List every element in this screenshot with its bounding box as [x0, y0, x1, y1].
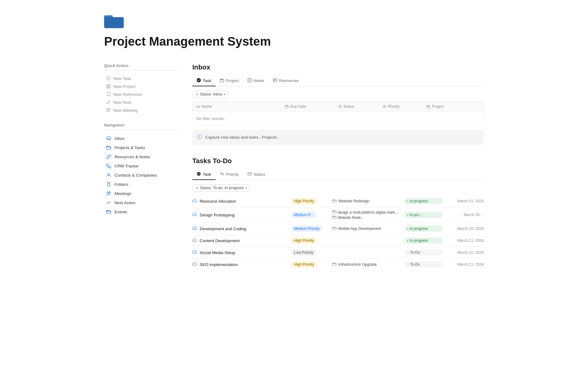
- page-header: Project Management System: [104, 12, 484, 49]
- phone-icon: [106, 163, 111, 169]
- task-priority-medium-3: Medium Priority: [291, 226, 330, 232]
- tasks-tab-status[interactable]: Status: [243, 170, 270, 180]
- inbox-no-results: No filter results.: [193, 111, 484, 126]
- pencil-icon: [106, 100, 111, 105]
- navigation-title: Navigation: [104, 123, 178, 127]
- svg-rect-27: [248, 173, 251, 175]
- task-cloud-icon-5: [192, 250, 197, 255]
- inbox-status-filter[interactable]: ✦ Status: Inbox ▾: [192, 91, 229, 98]
- tasks-status-tab-icon: [247, 172, 252, 177]
- tasks-task-tab-icon: [197, 172, 201, 177]
- sidebar-item-next-action[interactable]: Next Action: [104, 198, 178, 207]
- task-project-1: Website Redesign: [332, 199, 402, 204]
- inbox-tabs: Task Project Notes: [192, 76, 484, 86]
- quick-action-title: Quick Action: [104, 63, 178, 68]
- quick-action-new-task[interactable]: New Task: [104, 74, 178, 82]
- in-progress-badge-4: In progress: [404, 238, 443, 244]
- task-name-dev-coding: Development and Coding: [192, 226, 289, 231]
- sidebar-item-resources-notes[interactable]: Resources & Notes: [104, 152, 178, 161]
- inbox-tab-project[interactable]: Project: [216, 76, 243, 86]
- sidebar-folders-label: Folders: [115, 182, 128, 187]
- task-status-2: In pro...: [404, 212, 443, 218]
- task-name: SEO Implementation: [200, 262, 238, 267]
- svg-text:Aa: Aa: [196, 105, 200, 108]
- medium-priority-badge: Medium P...: [291, 212, 316, 218]
- inbox-tab-notes[interactable]: Notes: [243, 76, 269, 86]
- sidebar-item-events[interactable]: Events: [104, 207, 178, 216]
- task-project-name-3: Mobile App Development: [338, 227, 381, 231]
- sidebar-resources-label: Resources & Notes: [115, 155, 150, 159]
- svg-rect-7: [109, 87, 110, 88]
- task-name-design-prototyping: Design Prototyping: [192, 212, 289, 217]
- tasks-tab-priority[interactable]: Priority: [216, 170, 243, 180]
- sidebar-item-contacts[interactable]: Contacts & Companies: [104, 170, 178, 180]
- table-row: Resource Allocation High Priority Websit…: [192, 195, 484, 207]
- sidebar-item-crm-tracker[interactable]: CRM Tracker: [104, 161, 178, 170]
- task-project-name: Website Redesign: [338, 199, 369, 203]
- inbox-tab-task-label: Task: [203, 78, 211, 83]
- bookmark-icon: [106, 92, 111, 97]
- task-date-5: March 21, 2024: [445, 250, 484, 255]
- inbox-section: Inbox Task Project: [192, 63, 484, 145]
- folder-icon: [104, 12, 124, 28]
- task-status-4: In progress: [404, 238, 443, 244]
- sidebar-item-folders[interactable]: Folders: [104, 180, 178, 189]
- events-folder-icon: [106, 209, 111, 215]
- tasks-table: Resource Allocation High Priority Websit…: [192, 195, 484, 270]
- sidebar-item-inbox[interactable]: Inbox: [104, 134, 178, 143]
- project-tab-icon: [220, 78, 224, 83]
- sidebar-projects-label: Projects & Tasks: [115, 145, 145, 150]
- task-priority-high-4: High Priority: [291, 238, 330, 244]
- new-meeting-label: New Meeting: [113, 108, 138, 113]
- task-cloud-icon: [192, 199, 197, 204]
- quick-action-new-reference[interactable]: New Reference: [104, 90, 178, 98]
- task-status-3: In progress: [404, 226, 443, 232]
- task-cloud-icon-3: [192, 226, 197, 231]
- quick-action-new-project[interactable]: New Project: [104, 82, 178, 90]
- sidebar-item-projects-tasks[interactable]: Projects & Tasks: [104, 143, 178, 152]
- quick-action-new-note[interactable]: New Note: [104, 98, 178, 106]
- tasks-status-filter[interactable]: ✦ Status: To-do, In progress ▾: [192, 184, 250, 192]
- quick-action-divider: [104, 70, 178, 71]
- task-date-1: March 21, 2024: [445, 199, 484, 203]
- col-name-header: Aa Name: [196, 104, 285, 109]
- tasks-priority-tab-icon: [220, 172, 224, 177]
- task-priority-medium-2: Medium P...: [291, 212, 330, 218]
- project-folder-icon-2: [332, 210, 337, 215]
- task-project-name: design a multi-platform digital marketin…: [338, 210, 399, 215]
- task-status-1: In progress: [404, 198, 443, 204]
- svg-rect-25: [427, 106, 430, 108]
- svg-rect-4: [107, 84, 108, 86]
- tasks-filter-icon: ✦: [196, 186, 198, 190]
- inbox-tab-resources-label: Resources: [279, 78, 299, 83]
- task-tab-icon: [197, 78, 201, 83]
- task-name: Content Development: [200, 238, 240, 243]
- filter-chevron-icon: ▾: [224, 93, 225, 96]
- inbox-tab-task[interactable]: Task: [192, 76, 216, 86]
- chart-icon: [106, 200, 111, 205]
- svg-rect-19: [285, 105, 288, 108]
- task-name: Design Prototyping: [200, 213, 235, 217]
- high-priority-badge-6: High Priority: [291, 261, 317, 268]
- svg-rect-20: [286, 105, 287, 106]
- sidebar: Quick Action New Task New Project: [104, 63, 178, 283]
- sidebar-contacts-label: Contacts & Companies: [115, 173, 157, 178]
- task-date-4: March 21, 2024: [445, 238, 484, 243]
- table-row: Development and Coding Medium Priority M…: [192, 223, 484, 235]
- task-date-2: March 20,...: [445, 213, 484, 217]
- task-name-content-dev: Content Development: [192, 238, 289, 243]
- inbox-tab-resources[interactable]: Resources: [269, 76, 303, 86]
- quick-action-new-meeting[interactable]: New Meeting: [104, 106, 178, 114]
- table-row: SEO Implementation High Priority Infrast…: [192, 259, 484, 270]
- task-project-name-6: Infrastructure Upgrade: [338, 262, 377, 267]
- task-project-3: Mobile App Development: [332, 227, 402, 231]
- task-name-social-media: Social Media Setup: [192, 250, 289, 255]
- inbox-tab-project-label: Project: [226, 78, 239, 83]
- sidebar-item-meetings[interactable]: Meetings: [104, 189, 178, 198]
- tasks-tab-priority-label: Priority: [226, 172, 239, 177]
- quick-action-list: New Task New Project New Reference: [104, 74, 178, 114]
- contact-icon: [106, 172, 111, 178]
- svg-rect-21: [287, 105, 288, 106]
- new-project-label: New Project: [113, 84, 136, 89]
- tasks-tab-task[interactable]: Task: [192, 169, 216, 180]
